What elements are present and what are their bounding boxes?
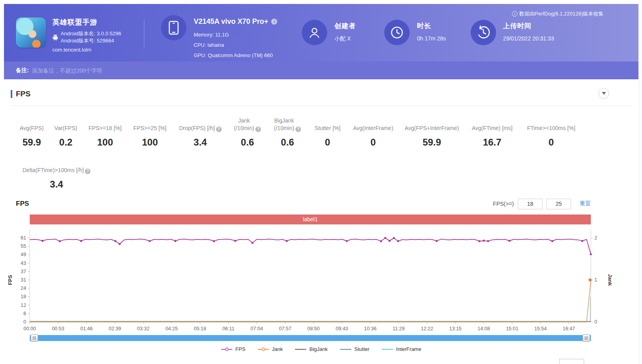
svg-text:03:32: 03:32 (137, 326, 149, 331)
stat-label: Avg(InterFrame) (347, 116, 399, 132)
legend-label: Stutter (355, 346, 370, 352)
stat-cell: Drop(FPS) [/h]?3.4 (173, 116, 228, 148)
svg-text:55: 55 (21, 243, 26, 249)
svg-text:61: 61 (21, 235, 26, 241)
stat-label: FPS>=18 [%] (83, 116, 127, 132)
stat-label: BigJank (/10min)? (267, 116, 308, 132)
device-memory: Memory: 11.1G (194, 30, 277, 40)
stat-label: Avg(FTime) [ms] (465, 116, 519, 132)
svg-text:04:25: 04:25 (165, 326, 178, 331)
legend-label: BigJank (309, 346, 328, 352)
stat-value: 0 (519, 137, 583, 148)
scrollbar-right-handle[interactable] (583, 334, 590, 342)
package-name: com.tencent.lolm (52, 47, 121, 53)
scrollbar-track[interactable] (30, 335, 591, 341)
history-clock-icon (471, 20, 496, 45)
svg-text:07:57: 07:57 (279, 326, 291, 331)
note-input[interactable] (32, 67, 270, 74)
svg-text:13:15: 13:15 (449, 326, 462, 331)
stat-value: 100 (83, 137, 127, 148)
stat-value: 0.6 (267, 137, 308, 148)
upload-block: 上传时间 29/01/2022 20:31:33 (471, 20, 554, 45)
help-icon[interactable]: ? (85, 169, 90, 174)
legend-item-stutter[interactable]: Stutter (340, 346, 370, 352)
app-title: 英雄联盟手游 (52, 17, 121, 27)
stat-value: 0 (347, 137, 399, 148)
header: 英雄联盟手游 Android版本 (0, 0, 642, 79)
panel-divider (10, 105, 632, 106)
legend-item-jank[interactable]: Jank (257, 346, 283, 352)
svg-text:12: 12 (21, 303, 26, 308)
legend-item-interframe[interactable]: InterFrame (381, 346, 422, 352)
help-icon[interactable]: ? (255, 126, 261, 132)
android-version-code: Android版本号: 529664 (61, 37, 121, 44)
stat-label: FPS>=25 [%] (127, 116, 173, 132)
svg-text:15:01: 15:01 (506, 326, 518, 331)
chart-label-banner: label1 (30, 215, 591, 224)
svg-text:49: 49 (21, 252, 26, 257)
header-main: 英雄联盟手游 Android版本 (4, 4, 638, 61)
stat-cell: Delta(FTime)>100ms [/h]?3.4 (22, 158, 91, 190)
legend-item-fps[interactable]: FPS (221, 346, 245, 352)
reset-link[interactable]: 重置 (580, 200, 591, 207)
duration-block: 时长 0h 17m 28s (384, 20, 446, 45)
stat-cell: Avg(FPS)59.9 (15, 116, 48, 148)
stat-value: 0.6 (228, 137, 267, 148)
upload-value: 29/01/2022 20:31:33 (503, 35, 554, 42)
svg-text:Jank: Jank (607, 274, 613, 286)
fps-section-title: FPS (16, 90, 31, 98)
svg-text:11:29: 11:29 (393, 326, 404, 331)
svg-text:0: 0 (594, 319, 597, 325)
clock-icon (384, 20, 410, 45)
svg-text:00:53: 00:53 (52, 326, 64, 331)
svg-text:14:08: 14:08 (477, 326, 490, 331)
svg-text:09:43: 09:43 (336, 326, 348, 331)
creator-label: 创建者 (334, 21, 356, 31)
cutoff-box (559, 359, 584, 364)
legend-marker-icon (257, 347, 269, 352)
scrollbar-left-handle[interactable] (31, 334, 38, 342)
svg-text:43: 43 (21, 261, 26, 266)
creator-name: 小配 X (334, 35, 356, 42)
stat-cell: FPS>=18 [%]100 (83, 116, 127, 148)
header-divider (144, 19, 144, 48)
svg-text:0: 0 (23, 319, 26, 325)
stat-label: Avg(FPS) (15, 116, 48, 132)
fps-threshold-label: FPS(>=) (493, 201, 514, 207)
chart-section: FPS FPS(>=) 重置 label1 615549433731241812… (0, 198, 642, 352)
svg-text:1: 1 (594, 277, 597, 283)
legend-marker-icon (340, 347, 352, 352)
collect-info: i 数据由PerfDog(6.1.220128)版本收集 (512, 10, 604, 17)
svg-text:31: 31 (21, 277, 26, 283)
stats-row-1: Avg(FPS)59.9Var(FPS)0.2FPS>=18 [%]100FPS… (0, 116, 642, 148)
svg-text:01:46: 01:46 (80, 326, 92, 331)
perfdog-report-page: 英雄联盟手游 Android版本 (0, 0, 642, 364)
app-icon (16, 17, 46, 48)
collapse-button[interactable] (598, 88, 609, 99)
legend-item-bigjank[interactable]: BigJank (295, 346, 328, 352)
fps-max-input[interactable] (546, 199, 571, 209)
legend-label: InterFrame (396, 346, 422, 352)
chevron-down-icon (602, 92, 606, 95)
stat-value: 3.4 (173, 137, 228, 148)
svg-text:07:04: 07:04 (251, 326, 263, 331)
stat-cell: BigJank (/10min)?0.6 (267, 116, 308, 148)
svg-text:10:36: 10:36 (364, 326, 376, 331)
device-info-icon[interactable]: i (271, 19, 277, 25)
duration-label: 时长 (417, 21, 446, 31)
stat-value: 0.2 (48, 137, 83, 148)
stat-label: Delta(FTime)>100ms [/h]? (22, 158, 91, 174)
page-scrollbar-strip (639, 0, 642, 364)
stat-cell: Stutter [%]0 (308, 116, 347, 148)
accent-bar (11, 90, 12, 98)
help-icon[interactable]: ? (216, 126, 222, 132)
legend-marker-icon (295, 347, 307, 352)
fps-min-input[interactable] (518, 199, 542, 209)
app-info: 英雄联盟手游 Android版本 (52, 17, 121, 53)
help-icon[interactable]: ? (295, 126, 301, 132)
app-block: 英雄联盟手游 Android版本 (16, 17, 121, 53)
stat-value: 100 (127, 137, 173, 148)
chart-scrollbar[interactable] (30, 335, 591, 341)
fps-chart-svg: 6155494337312418126021000:0000:5301:4602… (0, 224, 642, 335)
stat-label: FTime>=100ms [%] (519, 116, 583, 132)
